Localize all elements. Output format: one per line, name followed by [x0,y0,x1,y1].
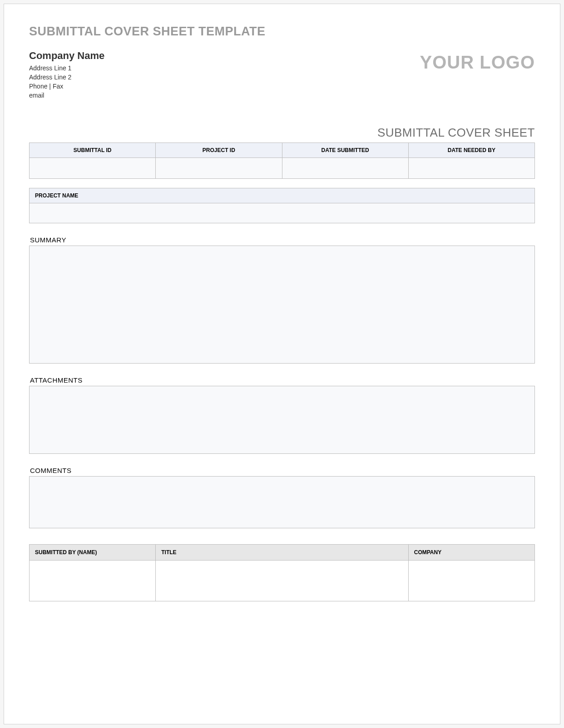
value-title[interactable] [156,561,409,601]
company-name: Company Name [29,50,104,62]
header-row: Company Name Address Line 1 Address Line… [29,50,535,101]
value-project-name[interactable] [30,203,535,223]
summary-label: SUMMARY [30,236,535,244]
value-submittal-id[interactable] [30,158,156,179]
project-name-table: PROJECT NAME [29,188,535,223]
header-project-name: PROJECT NAME [30,188,535,203]
header-title: TITLE [156,545,409,561]
value-date-needed-by[interactable] [408,158,534,179]
logo-placeholder: YOUR LOGO [420,52,535,73]
attachments-box[interactable] [29,386,535,454]
company-address-1: Address Line 1 [29,64,104,72]
company-address-2: Address Line 2 [29,74,104,81]
comments-label: COMMENTS [30,467,535,474]
value-company[interactable] [408,561,534,601]
header-date-needed-by: DATE NEEDED BY [408,143,534,158]
value-date-submitted[interactable] [282,158,408,179]
value-project-id[interactable] [156,158,282,179]
attachments-label: ATTACHMENTS [30,376,535,384]
header-date-submitted: DATE SUBMITTED [282,143,408,158]
info-table: SUBMITTAL ID PROJECT ID DATE SUBMITTED D… [29,143,535,179]
company-email: email [29,92,104,99]
comments-box[interactable] [29,476,535,528]
header-submitted-by: SUBMITTED BY (NAME) [30,545,156,561]
value-submitted-by[interactable] [30,561,156,601]
company-phone-fax: Phone | Fax [29,83,104,90]
header-project-id: PROJECT ID [156,143,282,158]
document-page: SUBMITTAL COVER SHEET TEMPLATE Company N… [4,4,560,724]
header-company: COMPANY [408,545,534,561]
footer-table: SUBMITTED BY (NAME) TITLE COMPANY [29,544,535,601]
document-title: SUBMITTAL COVER SHEET [29,126,535,140]
header-submittal-id: SUBMITTAL ID [30,143,156,158]
company-block: Company Name Address Line 1 Address Line… [29,50,104,101]
summary-box[interactable] [29,246,535,364]
template-title: SUBMITTAL COVER SHEET TEMPLATE [29,25,535,39]
